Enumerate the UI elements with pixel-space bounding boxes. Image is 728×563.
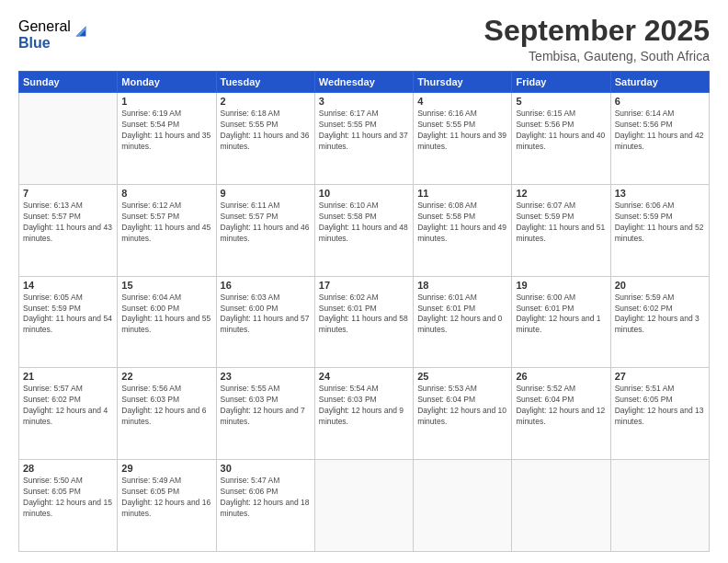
day-number: 30 xyxy=(221,463,311,474)
title-block: September 2025 Tembisa, Gauteng, South A… xyxy=(484,15,710,63)
day-number: 20 xyxy=(615,280,705,291)
cell-info: Sunrise: 5:52 AMSunset: 6:04 PMDaylight:… xyxy=(516,384,606,428)
page-header: General Blue September 2025 Tembisa, Gau… xyxy=(18,15,710,63)
table-cell: 27 Sunrise: 5:51 AMSunset: 6:05 PMDaylig… xyxy=(610,368,709,460)
day-number: 5 xyxy=(516,96,606,107)
table-cell xyxy=(512,460,610,552)
table-cell: 10 Sunrise: 6:10 AMSunset: 5:58 PMDaylig… xyxy=(314,184,413,276)
day-number: 23 xyxy=(221,371,311,382)
week-row-4: 21 Sunrise: 5:57 AMSunset: 6:02 PMDaylig… xyxy=(19,368,710,460)
day-number: 28 xyxy=(23,463,113,474)
day-number: 25 xyxy=(417,371,507,382)
day-number: 2 xyxy=(221,96,311,107)
table-cell: 30 Sunrise: 5:47 AMSunset: 6:06 PMDaylig… xyxy=(216,460,314,552)
table-cell: 12 Sunrise: 6:07 AMSunset: 5:59 PMDaylig… xyxy=(512,184,610,276)
day-number: 16 xyxy=(221,280,311,291)
cell-info: Sunrise: 6:06 AMSunset: 5:59 PMDaylight:… xyxy=(615,201,705,245)
cell-info: Sunrise: 6:13 AMSunset: 5:57 PMDaylight:… xyxy=(23,201,113,245)
table-cell: 1 Sunrise: 6:19 AMSunset: 5:54 PMDayligh… xyxy=(118,93,216,185)
day-number: 18 xyxy=(417,280,507,291)
header-sunday: Sunday xyxy=(19,72,118,93)
day-number: 6 xyxy=(615,96,705,107)
table-cell: 13 Sunrise: 6:06 AMSunset: 5:59 PMDaylig… xyxy=(610,184,709,276)
table-cell: 25 Sunrise: 5:53 AMSunset: 6:04 PMDaylig… xyxy=(414,368,512,460)
day-number: 9 xyxy=(221,188,311,199)
table-cell: 20 Sunrise: 5:59 AMSunset: 6:02 PMDaylig… xyxy=(610,276,709,368)
week-row-3: 14 Sunrise: 6:05 AMSunset: 5:59 PMDaylig… xyxy=(19,276,710,368)
cell-info: Sunrise: 6:17 AMSunset: 5:55 PMDaylight:… xyxy=(319,109,409,153)
day-number: 7 xyxy=(23,188,113,199)
header-friday: Friday xyxy=(512,72,610,93)
table-cell: 29 Sunrise: 5:49 AMSunset: 6:05 PMDaylig… xyxy=(118,460,216,552)
table-cell xyxy=(610,460,709,552)
table-cell: 23 Sunrise: 5:55 AMSunset: 6:03 PMDaylig… xyxy=(216,368,314,460)
day-number: 14 xyxy=(23,280,113,291)
table-cell: 11 Sunrise: 6:08 AMSunset: 5:58 PMDaylig… xyxy=(414,184,512,276)
cell-info: Sunrise: 5:51 AMSunset: 6:05 PMDaylight:… xyxy=(615,384,705,428)
cell-info: Sunrise: 5:57 AMSunset: 6:02 PMDaylight:… xyxy=(23,384,113,428)
calendar-page: General Blue September 2025 Tembisa, Gau… xyxy=(0,0,728,563)
table-cell: 21 Sunrise: 5:57 AMSunset: 6:02 PMDaylig… xyxy=(19,368,118,460)
cell-info: Sunrise: 6:12 AMSunset: 5:57 PMDaylight:… xyxy=(121,201,211,245)
table-cell xyxy=(314,460,413,552)
calendar-header-row: Sunday Monday Tuesday Wednesday Thursday… xyxy=(19,72,710,93)
cell-info: Sunrise: 6:15 AMSunset: 5:56 PMDaylight:… xyxy=(516,109,606,153)
table-cell: 16 Sunrise: 6:03 AMSunset: 6:00 PMDaylig… xyxy=(216,276,314,368)
month-title: September 2025 xyxy=(484,15,710,47)
cell-info: Sunrise: 6:01 AMSunset: 6:01 PMDaylight:… xyxy=(417,293,507,337)
day-number: 27 xyxy=(615,371,705,382)
cell-info: Sunrise: 6:16 AMSunset: 5:55 PMDaylight:… xyxy=(417,109,507,153)
day-number: 22 xyxy=(121,371,211,382)
day-number: 15 xyxy=(121,280,211,291)
header-wednesday: Wednesday xyxy=(314,72,413,93)
cell-info: Sunrise: 6:03 AMSunset: 6:00 PMDaylight:… xyxy=(221,293,311,337)
table-cell: 17 Sunrise: 6:02 AMSunset: 6:01 PMDaylig… xyxy=(314,276,413,368)
table-cell xyxy=(414,460,512,552)
table-cell: 26 Sunrise: 5:52 AMSunset: 6:04 PMDaylig… xyxy=(512,368,610,460)
logo-icon xyxy=(73,23,89,40)
table-cell: 6 Sunrise: 6:14 AMSunset: 5:56 PMDayligh… xyxy=(610,93,709,185)
day-number: 12 xyxy=(516,188,606,199)
day-number: 29 xyxy=(121,463,211,474)
cell-info: Sunrise: 6:02 AMSunset: 6:01 PMDaylight:… xyxy=(319,293,409,337)
cell-info: Sunrise: 5:59 AMSunset: 6:02 PMDaylight:… xyxy=(615,293,705,337)
cell-info: Sunrise: 5:55 AMSunset: 6:03 PMDaylight:… xyxy=(221,384,311,428)
header-saturday: Saturday xyxy=(610,72,709,93)
logo-text: General Blue xyxy=(18,18,71,51)
cell-info: Sunrise: 5:53 AMSunset: 6:04 PMDaylight:… xyxy=(417,384,507,428)
table-cell: 9 Sunrise: 6:11 AMSunset: 5:57 PMDayligh… xyxy=(216,184,314,276)
cell-info: Sunrise: 6:19 AMSunset: 5:54 PMDaylight:… xyxy=(121,109,211,153)
day-number: 1 xyxy=(121,96,211,107)
cell-info: Sunrise: 6:04 AMSunset: 6:00 PMDaylight:… xyxy=(121,293,211,337)
table-cell: 14 Sunrise: 6:05 AMSunset: 5:59 PMDaylig… xyxy=(19,276,118,368)
week-row-5: 28 Sunrise: 5:50 AMSunset: 6:05 PMDaylig… xyxy=(19,460,710,552)
day-number: 4 xyxy=(417,96,507,107)
cell-info: Sunrise: 6:10 AMSunset: 5:58 PMDaylight:… xyxy=(319,201,409,245)
cell-info: Sunrise: 6:11 AMSunset: 5:57 PMDaylight:… xyxy=(221,201,311,245)
table-cell: 3 Sunrise: 6:17 AMSunset: 5:55 PMDayligh… xyxy=(314,93,413,185)
location: Tembisa, Gauteng, South Africa xyxy=(484,49,710,63)
day-number: 13 xyxy=(615,188,705,199)
logo-general: General xyxy=(18,18,71,35)
cell-info: Sunrise: 6:00 AMSunset: 6:01 PMDaylight:… xyxy=(516,293,606,337)
table-cell: 8 Sunrise: 6:12 AMSunset: 5:57 PMDayligh… xyxy=(118,184,216,276)
logo: General Blue xyxy=(18,18,89,51)
header-tuesday: Tuesday xyxy=(216,72,314,93)
table-cell: 7 Sunrise: 6:13 AMSunset: 5:57 PMDayligh… xyxy=(19,184,118,276)
cell-info: Sunrise: 5:49 AMSunset: 6:05 PMDaylight:… xyxy=(121,476,211,520)
header-thursday: Thursday xyxy=(414,72,512,93)
cell-info: Sunrise: 5:50 AMSunset: 6:05 PMDaylight:… xyxy=(23,476,113,520)
cell-info: Sunrise: 5:56 AMSunset: 6:03 PMDaylight:… xyxy=(121,384,211,428)
table-cell: 22 Sunrise: 5:56 AMSunset: 6:03 PMDaylig… xyxy=(118,368,216,460)
table-cell: 2 Sunrise: 6:18 AMSunset: 5:55 PMDayligh… xyxy=(216,93,314,185)
cell-info: Sunrise: 6:08 AMSunset: 5:58 PMDaylight:… xyxy=(417,201,507,245)
day-number: 21 xyxy=(23,371,113,382)
week-row-1: 1 Sunrise: 6:19 AMSunset: 5:54 PMDayligh… xyxy=(19,93,710,185)
cell-info: Sunrise: 5:54 AMSunset: 6:03 PMDaylight:… xyxy=(319,384,409,428)
table-cell: 28 Sunrise: 5:50 AMSunset: 6:05 PMDaylig… xyxy=(19,460,118,552)
table-cell: 5 Sunrise: 6:15 AMSunset: 5:56 PMDayligh… xyxy=(512,93,610,185)
table-cell: 19 Sunrise: 6:00 AMSunset: 6:01 PMDaylig… xyxy=(512,276,610,368)
day-number: 19 xyxy=(516,280,606,291)
cell-info: Sunrise: 5:47 AMSunset: 6:06 PMDaylight:… xyxy=(221,476,311,520)
table-cell: 15 Sunrise: 6:04 AMSunset: 6:00 PMDaylig… xyxy=(118,276,216,368)
